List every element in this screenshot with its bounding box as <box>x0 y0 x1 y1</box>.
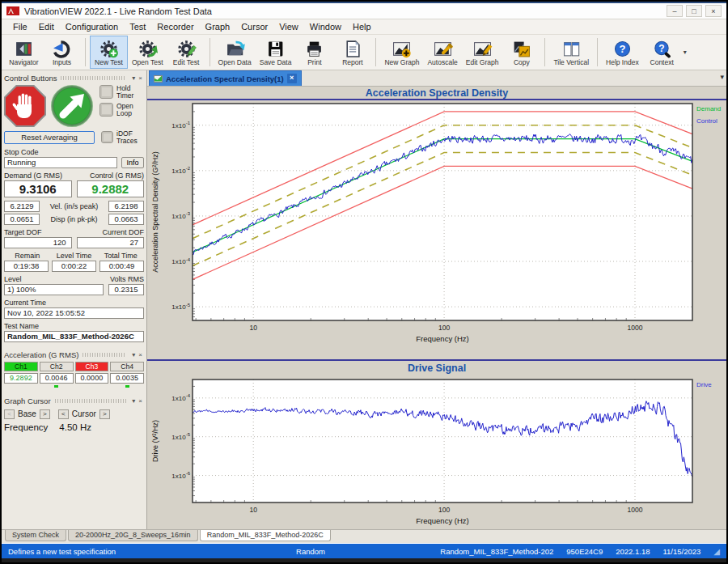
status-version: 2022.1.18 <box>616 547 650 556</box>
asd-chart-title: Acceleration Spectral Density <box>147 87 726 100</box>
toolbar-button-label: Inputs <box>53 58 71 66</box>
save-data-button[interactable]: Save Data <box>256 36 296 69</box>
new-graph-button[interactable]: New Graph <box>380 36 423 69</box>
menu-test[interactable]: Test <box>125 20 150 33</box>
hold-timer-check[interactable]: Hold Timer <box>99 85 144 100</box>
panel-close-icon[interactable]: × <box>137 74 144 82</box>
copy-button[interactable]: Copy <box>502 36 540 69</box>
channel-value-ch1: 9.2892 <box>4 373 38 384</box>
panel-title: Acceleration (G RMS) <box>4 350 78 359</box>
open-loop-check[interactable]: Open Loop <box>99 103 144 117</box>
asd-chart[interactable]: 1010010001x10-11x10-21x10-31x10-41x10-5D… <box>147 100 726 359</box>
window-title: VibrationVIEW 2022.1 - Live Random Test … <box>24 6 212 16</box>
test-tab-2[interactable]: Random_MIL_833F_Method-2026C <box>200 530 331 541</box>
current-time-label: Current Time <box>4 299 144 307</box>
tab-acceleration-spectral-density[interactable]: Acceleration Spectral Density(1) × <box>149 70 302 86</box>
panel-grip[interactable] <box>61 76 126 80</box>
stop-code-label: Stop Code <box>4 148 144 156</box>
panel-collapse-icon[interactable]: ▾ <box>130 397 137 405</box>
svg-text:?: ? <box>658 42 664 53</box>
status-test-name: Random_MIL_833F_Method-202 <box>440 547 553 556</box>
menu-help[interactable]: Help <box>348 20 376 33</box>
maximize-button[interactable]: □ <box>686 5 702 17</box>
toolbar-button-label: Open Data <box>218 58 252 66</box>
edit-test-button[interactable]: Edit Test <box>167 36 205 69</box>
current-dof-value: 27 <box>77 237 145 248</box>
open-data-button[interactable]: Open Data <box>214 36 256 69</box>
panel-collapse-icon[interactable]: ▾ <box>130 74 137 82</box>
tab-close-icon[interactable]: × <box>287 74 297 83</box>
panel-title: Graph Cursor <box>4 396 51 405</box>
toolbar-button-label: Report <box>342 58 363 66</box>
toolbar-separator <box>597 38 598 66</box>
total-time-label: Total Time <box>97 252 144 260</box>
acceleration-panel-header: Acceleration (G RMS) ▾ × <box>4 350 144 361</box>
new-test-button[interactable]: New Test <box>90 36 128 69</box>
disp-control-value: 0.0663 <box>108 214 144 225</box>
toolbar: NavigatorInputsNew TestOpen TestEdit Tes… <box>2 35 726 70</box>
menu-graph[interactable]: Graph <box>201 20 235 33</box>
toolbar-separator <box>544 38 545 66</box>
base-next-button[interactable]: > <box>40 409 50 419</box>
reset-averaging-button[interactable]: Reset Averaging <box>4 131 95 144</box>
channel-header-ch4[interactable]: Ch4 <box>110 362 144 371</box>
test-tab-1[interactable]: 20-2000Hz_20G_8_Sweeps_16min <box>68 530 198 541</box>
legend-demand: Demand <box>696 105 721 112</box>
vel-control-value: 6.2198 <box>108 201 144 212</box>
print-button[interactable]: Print <box>295 36 333 69</box>
channel-header-ch2[interactable]: Ch2 <box>40 362 74 371</box>
drive-chart[interactable]: 1010010001x10-41x10-51x10-6DriveFrequenc… <box>147 375 726 532</box>
toolbar-button-label: Context <box>650 58 674 66</box>
disp-label: Disp (in pk-pk) <box>42 215 106 223</box>
context-button[interactable]: ?Context <box>643 36 681 69</box>
stop-button[interactable] <box>4 85 46 127</box>
inputs-button[interactable]: Inputs <box>43 36 81 69</box>
report-icon <box>342 39 362 58</box>
tile-vertical-button[interactable]: Tile Vertical <box>549 36 593 69</box>
y-tick-label: 1x10-1 <box>171 121 190 129</box>
hold-timer-checkbox[interactable] <box>99 85 113 99</box>
minimize-button[interactable]: – <box>667 5 683 17</box>
level-value: 1) 100% <box>4 284 104 295</box>
menu-recorder[interactable]: Recorder <box>152 20 198 33</box>
graph-tab-label: Acceleration Spectral Density(1) <box>166 74 284 83</box>
resize-grip-icon[interactable]: ◢ <box>713 547 720 556</box>
idof-traces-checkbox[interactable] <box>101 131 113 143</box>
navigator-button[interactable]: Navigator <box>5 36 43 69</box>
close-button[interactable]: × <box>705 5 722 17</box>
panel-grip[interactable] <box>55 399 127 403</box>
tab-overflow-caret-icon[interactable]: ▾ <box>720 73 724 81</box>
autoscale-icon <box>433 39 453 58</box>
menu-view[interactable]: View <box>274 20 303 33</box>
menu-file[interactable]: File <box>8 20 32 33</box>
autoscale-button[interactable]: Autoscale <box>423 36 461 69</box>
channel-value-ch4: 0.0035 <box>110 373 144 384</box>
base-prev-button[interactable]: < <box>4 409 15 419</box>
panel-close-icon[interactable]: × <box>137 397 144 405</box>
idof-traces-check[interactable]: iDOF Traces <box>101 130 144 145</box>
cursor-prev-button[interactable]: < <box>58 409 69 419</box>
menu-edit[interactable]: Edit <box>34 20 59 33</box>
channel-header-ch3[interactable]: Ch3 <box>75 362 109 371</box>
graph-cursor-panel-header: Graph Cursor ▾ × <box>4 396 144 407</box>
toolbar-button-label: Print <box>307 58 321 66</box>
channel-indicator-ch2 <box>40 385 74 388</box>
toolbar-button-label: Help Index <box>606 58 639 66</box>
open-test-button[interactable]: Open Test <box>128 36 167 69</box>
test-tab-0[interactable]: System Check <box>5 530 66 541</box>
menu-cursor[interactable]: Cursor <box>236 20 273 33</box>
channel-header-ch1[interactable]: Ch1 <box>4 362 38 371</box>
report-button[interactable]: Report <box>333 36 371 69</box>
panel-collapse-icon[interactable]: ▾ <box>130 351 137 358</box>
help-index-button[interactable]: ?Help Index <box>602 36 643 69</box>
edit-graph-button[interactable]: Edit Graph <box>462 36 503 69</box>
open-loop-checkbox[interactable] <box>99 103 113 117</box>
panel-close-icon[interactable]: × <box>137 351 144 358</box>
start-button[interactable] <box>51 85 93 127</box>
menu-configuration[interactable]: Configuration <box>61 20 123 33</box>
info-button[interactable]: Info <box>121 157 144 168</box>
menu-window[interactable]: Window <box>305 20 346 33</box>
cursor-next-button[interactable]: > <box>99 409 110 419</box>
context-dropdown-caret-icon[interactable]: ▾ <box>681 49 689 56</box>
panel-grip[interactable] <box>83 353 126 357</box>
